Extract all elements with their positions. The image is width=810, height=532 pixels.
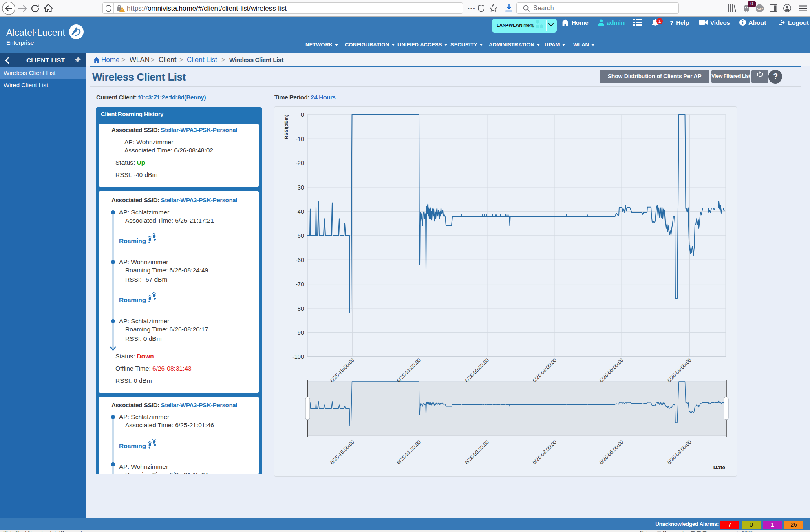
svg-text:-70: -70 — [296, 281, 304, 287]
svg-text:-10: -10 — [296, 136, 304, 142]
svg-text:-60: -60 — [296, 257, 304, 263]
svg-text:6/25-18:00:00: 6/25-18:00:00 — [329, 357, 355, 383]
svg-text:6/26-06:00:00: 6/26-06:00:00 — [598, 439, 625, 465]
svg-text:-80: -80 — [296, 305, 304, 312]
svg-text:ABP: ABP — [757, 7, 763, 10]
svg-text:0: 0 — [301, 111, 304, 118]
svg-text:-100: -100 — [292, 353, 304, 360]
svg-text:6/26-03:00:00: 6/26-03:00:00 — [532, 439, 558, 465]
svg-text:-30: -30 — [296, 184, 304, 191]
svg-text:-20: -20 — [296, 160, 304, 166]
svg-text:RSSI(dBm): RSSI(dBm) — [284, 115, 289, 139]
svg-text:6/26-06:00:00: 6/26-06:00:00 — [598, 357, 625, 383]
svg-text:6/26-00:00:00: 6/26-00:00:00 — [464, 357, 490, 383]
svg-text:-40: -40 — [296, 208, 304, 215]
svg-text:6/26-00:00:00: 6/26-00:00:00 — [464, 439, 490, 465]
svg-text:Date: Date — [713, 464, 726, 470]
svg-text:-50: -50 — [296, 232, 304, 239]
svg-text:6/25-21:00:00: 6/25-21:00:00 — [396, 439, 422, 465]
svg-text:6/26-03:00:00: 6/26-03:00:00 — [532, 357, 558, 383]
svg-text:6/26-09:00:00: 6/26-09:00:00 — [666, 357, 692, 383]
svg-text:6/26-09:00:00: 6/26-09:00:00 — [666, 439, 692, 465]
svg-text:6/25-21:00:00: 6/25-21:00:00 — [396, 357, 422, 383]
svg-text:-90: -90 — [296, 329, 304, 336]
svg-text:6/25-18:00:00: 6/25-18:00:00 — [329, 439, 355, 465]
